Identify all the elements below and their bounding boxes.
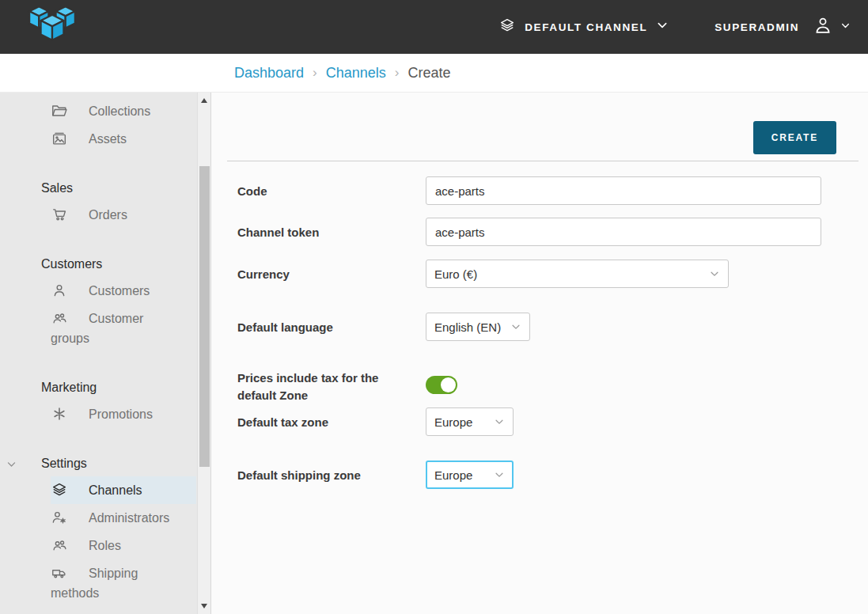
- sidebar-item-administrators[interactable]: Administrators: [0, 504, 196, 532]
- channel-switcher-label: DEFAULT CHANNEL: [525, 21, 647, 33]
- user-gear-icon: [51, 509, 68, 526]
- layers-icon: [498, 17, 516, 37]
- sidebar-item-label: Collections: [89, 104, 150, 118]
- topbar: DEFAULT CHANNEL SUPERADMIN: [0, 0, 868, 54]
- code-row: Code: [237, 176, 859, 205]
- chevron-down-icon: [510, 321, 521, 332]
- prices-include-tax-row: Prices include tax for the default Zone: [237, 370, 859, 404]
- channel-switcher[interactable]: DEFAULT CHANNEL: [498, 17, 669, 37]
- currency-row: Currency Euro (€): [237, 260, 859, 288]
- breadcrumb-dashboard[interactable]: Dashboard: [234, 65, 304, 81]
- breadcrumb-channels[interactable]: Channels: [326, 65, 386, 81]
- sidebar: Collections Assets Sales Orders: [0, 93, 211, 614]
- channel-create-form: Code Channel token Currency Euro (€) Def…: [227, 176, 859, 489]
- user-icon: [813, 15, 833, 39]
- asterisk-icon: [51, 405, 68, 423]
- sidebar-item-orders[interactable]: Orders: [0, 201, 196, 229]
- sidebar-section-marketing: Marketing: [0, 377, 196, 397]
- chevron-down-icon: [656, 19, 669, 35]
- vendure-cube-logo-icon: [22, 4, 82, 50]
- user-menu-label: SUPERADMIN: [714, 21, 799, 33]
- sidebar-item-customers[interactable]: Customers: [0, 277, 196, 305]
- scroll-up-arrow-icon[interactable]: [201, 98, 207, 103]
- currency-label: Currency: [237, 260, 426, 288]
- users-icon: [51, 309, 68, 327]
- sidebar-item-promotions[interactable]: Promotions: [0, 400, 196, 428]
- sidebar-item-roles[interactable]: Roles: [0, 532, 196, 559]
- chevron-down-icon: [494, 416, 505, 427]
- channel-token-input[interactable]: [426, 218, 821, 246]
- prices-include-tax-toggle[interactable]: [426, 376, 457, 394]
- channel-token-label: Channel token: [237, 218, 426, 246]
- users-icon: [51, 536, 68, 554]
- truck-icon: [51, 564, 68, 582]
- sidebar-section-settings[interactable]: Settings: [0, 453, 196, 473]
- default-tax-zone-row: Default tax zone Europe: [237, 407, 859, 436]
- layers-icon: [51, 481, 68, 498]
- folder-icon: [51, 102, 68, 119]
- sidebar-item-label: Orders: [89, 208, 127, 222]
- prices-include-tax-label: Prices include tax for the default Zone: [237, 370, 426, 404]
- sidebar-item-label: Channels: [89, 483, 142, 497]
- breadcrumb-create: Create: [407, 65, 450, 81]
- sidebar-item-channels[interactable]: Channels: [51, 476, 196, 504]
- create-button[interactable]: CREATE: [753, 121, 836, 154]
- chevron-down-icon: [840, 20, 851, 34]
- sidebar-item-label: Customers: [89, 284, 150, 298]
- default-shipping-zone-label: Default shipping zone: [237, 460, 426, 489]
- scrollbar-thumb[interactable]: [199, 166, 210, 467]
- vendure-logo[interactable]: [22, 4, 82, 50]
- topbar-right: DEFAULT CHANNEL SUPERADMIN: [498, 15, 868, 39]
- code-label: Code: [237, 176, 426, 205]
- default-language-label: Default language: [237, 313, 426, 341]
- default-tax-zone-select[interactable]: Europe: [426, 407, 514, 436]
- chevron-down-icon: [709, 268, 720, 279]
- main-content: CREATE Code Channel token Currency Euro …: [211, 93, 868, 614]
- sidebar-item-shipping-methods[interactable]: Shipping methods: [0, 559, 196, 607]
- sidebar-item-customer-groups[interactable]: Customer groups: [0, 305, 196, 352]
- sidebar-scrollbar[interactable]: [197, 93, 210, 614]
- sidebar-item-payment[interactable]: Payment: [0, 607, 196, 614]
- sidebar-item-collections[interactable]: Collections: [0, 97, 196, 125]
- code-input[interactable]: [426, 176, 821, 205]
- user-menu[interactable]: SUPERADMIN: [714, 15, 851, 39]
- sidebar-section-sales: Sales: [0, 178, 196, 198]
- image-icon: [51, 130, 68, 147]
- channel-token-row: Channel token: [237, 218, 859, 246]
- default-language-row: Default language English (EN): [237, 313, 859, 341]
- toggle-knob: [441, 377, 456, 392]
- chevron-down-icon: [6, 459, 17, 469]
- sidebar-item-assets[interactable]: Assets: [0, 125, 196, 153]
- scroll-down-arrow-icon[interactable]: [201, 604, 207, 608]
- divider: [227, 161, 859, 161]
- sidebar-item-label: Administrators: [89, 511, 169, 525]
- sidebar-section-customers: Customers: [0, 254, 196, 274]
- cart-icon: [51, 206, 68, 223]
- default-tax-zone-label: Default tax zone: [237, 407, 426, 436]
- breadcrumb-separator: ›: [395, 65, 400, 81]
- user-icon: [51, 282, 68, 299]
- chevron-down-icon: [494, 469, 505, 480]
- breadcrumb-separator: ›: [313, 65, 317, 81]
- breadcrumb: Dashboard › Channels › Create: [0, 54, 868, 93]
- default-shipping-zone-select[interactable]: Europe: [426, 460, 514, 489]
- default-shipping-zone-row: Default shipping zone Europe: [237, 460, 859, 489]
- default-language-select[interactable]: English (EN): [426, 313, 530, 341]
- sidebar-item-label: Promotions: [89, 407, 153, 421]
- currency-select[interactable]: Euro (€): [426, 260, 729, 288]
- sidebar-item-label: Assets: [89, 132, 127, 146]
- sidebar-item-label: Roles: [89, 539, 121, 552]
